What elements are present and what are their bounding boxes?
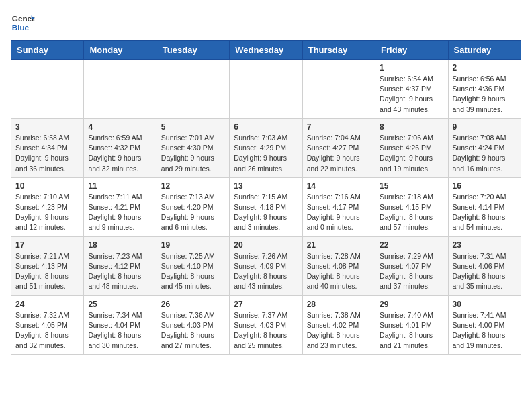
calendar-week-row: 17Sunrise: 7:21 AM Sunset: 4:13 PM Dayli… [11,236,521,295]
calendar-week-row: 24Sunrise: 7:32 AM Sunset: 4:05 PM Dayli… [11,295,521,355]
calendar-cell: 6Sunrise: 7:03 AM Sunset: 4:29 PM Daylig… [230,118,302,177]
calendar-cell: 9Sunrise: 7:08 AM Sunset: 4:24 PM Daylig… [448,118,521,177]
day-number: 9 [453,122,517,132]
svg-text:Blue: Blue [12,23,30,32]
day-number: 17 [15,240,79,250]
weekday-header-monday: Monday [84,41,157,60]
day-info: Sunrise: 7:01 AM Sunset: 4:30 PM Dayligh… [161,133,225,174]
calendar-cell [11,60,84,119]
calendar-cell: 2Sunrise: 6:56 AM Sunset: 4:36 PM Daylig… [448,60,521,119]
calendar-cell: 27Sunrise: 7:37 AM Sunset: 4:03 PM Dayli… [230,295,302,355]
day-number: 10 [15,181,79,191]
calendar-cell: 3Sunrise: 6:58 AM Sunset: 4:34 PM Daylig… [11,118,84,177]
day-info: Sunrise: 6:58 AM Sunset: 4:34 PM Dayligh… [15,133,79,174]
day-number: 5 [161,122,225,132]
calendar-cell: 21Sunrise: 7:28 AM Sunset: 4:08 PM Dayli… [302,236,375,295]
day-number: 30 [453,300,517,309]
day-info: Sunrise: 7:06 AM Sunset: 4:26 PM Dayligh… [380,133,443,174]
calendar-cell: 19Sunrise: 7:25 AM Sunset: 4:10 PM Dayli… [157,236,229,295]
day-info: Sunrise: 6:56 AM Sunset: 4:36 PM Dayligh… [453,74,517,115]
day-number: 26 [161,300,225,309]
day-number: 15 [380,181,443,191]
day-number: 19 [161,240,225,250]
day-info: Sunrise: 7:29 AM Sunset: 4:07 PM Dayligh… [380,251,443,292]
logo: General Blue [11,11,38,35]
day-number: 8 [380,122,443,132]
calendar-cell [302,60,375,119]
day-info: Sunrise: 7:15 AM Sunset: 4:18 PM Dayligh… [234,192,298,233]
calendar-cell [230,60,302,119]
calendar-cell: 8Sunrise: 7:06 AM Sunset: 4:26 PM Daylig… [375,118,448,177]
day-number: 20 [234,240,298,250]
calendar-cell: 28Sunrise: 7:38 AM Sunset: 4:02 PM Dayli… [302,295,375,355]
day-number: 18 [88,240,152,250]
day-number: 7 [307,122,371,132]
day-info: Sunrise: 7:41 AM Sunset: 4:00 PM Dayligh… [453,310,517,351]
day-info: Sunrise: 7:13 AM Sunset: 4:20 PM Dayligh… [161,192,225,233]
day-info: Sunrise: 7:40 AM Sunset: 4:01 PM Dayligh… [380,310,443,351]
day-number: 25 [88,300,152,309]
day-info: Sunrise: 6:59 AM Sunset: 4:32 PM Dayligh… [88,133,152,174]
weekday-header-tuesday: Tuesday [157,41,229,60]
weekday-header-thursday: Thursday [302,41,375,60]
day-info: Sunrise: 7:26 AM Sunset: 4:09 PM Dayligh… [234,251,298,292]
calendar-cell: 10Sunrise: 7:10 AM Sunset: 4:23 PM Dayli… [11,177,84,236]
day-info: Sunrise: 7:18 AM Sunset: 4:15 PM Dayligh… [380,192,443,233]
day-number: 27 [234,300,298,309]
day-info: Sunrise: 7:08 AM Sunset: 4:24 PM Dayligh… [453,133,517,174]
logo-icon: General Blue [11,11,35,35]
day-info: Sunrise: 6:54 AM Sunset: 4:37 PM Dayligh… [380,74,443,115]
calendar-cell: 22Sunrise: 7:29 AM Sunset: 4:07 PM Dayli… [375,236,448,295]
day-info: Sunrise: 7:37 AM Sunset: 4:03 PM Dayligh… [234,310,298,351]
calendar-cell: 1Sunrise: 6:54 AM Sunset: 4:37 PM Daylig… [375,60,448,119]
day-info: Sunrise: 7:10 AM Sunset: 4:23 PM Dayligh… [15,192,79,233]
day-number: 23 [453,240,517,250]
calendar-cell: 23Sunrise: 7:31 AM Sunset: 4:06 PM Dayli… [448,236,521,295]
day-info: Sunrise: 7:36 AM Sunset: 4:03 PM Dayligh… [161,310,225,351]
day-number: 21 [307,240,371,250]
day-info: Sunrise: 7:28 AM Sunset: 4:08 PM Dayligh… [307,251,371,292]
day-number: 1 [380,63,443,73]
weekday-header-friday: Friday [375,41,448,60]
calendar-cell: 25Sunrise: 7:34 AM Sunset: 4:04 PM Dayli… [84,295,157,355]
calendar-table: SundayMondayTuesdayWednesdayThursdayFrid… [11,40,521,355]
calendar-cell: 26Sunrise: 7:36 AM Sunset: 4:03 PM Dayli… [157,295,229,355]
calendar-week-row: 10Sunrise: 7:10 AM Sunset: 4:23 PM Dayli… [11,177,521,236]
day-info: Sunrise: 7:38 AM Sunset: 4:02 PM Dayligh… [307,310,371,351]
weekday-header-row: SundayMondayTuesdayWednesdayThursdayFrid… [11,41,521,60]
calendar-cell: 24Sunrise: 7:32 AM Sunset: 4:05 PM Dayli… [11,295,84,355]
calendar-week-row: 1Sunrise: 6:54 AM Sunset: 4:37 PM Daylig… [11,60,521,119]
day-number: 12 [161,181,225,191]
calendar-cell: 7Sunrise: 7:04 AM Sunset: 4:27 PM Daylig… [302,118,375,177]
day-number: 4 [88,122,152,132]
calendar-cell: 20Sunrise: 7:26 AM Sunset: 4:09 PM Dayli… [230,236,302,295]
calendar-cell: 14Sunrise: 7:16 AM Sunset: 4:17 PM Dayli… [302,177,375,236]
calendar-cell: 13Sunrise: 7:15 AM Sunset: 4:18 PM Dayli… [230,177,302,236]
calendar-cell: 30Sunrise: 7:41 AM Sunset: 4:00 PM Dayli… [448,295,521,355]
day-info: Sunrise: 7:25 AM Sunset: 4:10 PM Dayligh… [161,251,225,292]
day-info: Sunrise: 7:31 AM Sunset: 4:06 PM Dayligh… [453,251,517,292]
page-header: General Blue [11,11,521,35]
day-info: Sunrise: 7:20 AM Sunset: 4:14 PM Dayligh… [453,192,517,233]
calendar-cell: 12Sunrise: 7:13 AM Sunset: 4:20 PM Dayli… [157,177,229,236]
day-info: Sunrise: 7:34 AM Sunset: 4:04 PM Dayligh… [88,310,152,351]
day-number: 14 [307,181,371,191]
calendar-cell: 11Sunrise: 7:11 AM Sunset: 4:21 PM Dayli… [84,177,157,236]
day-number: 2 [453,63,517,73]
day-info: Sunrise: 7:23 AM Sunset: 4:12 PM Dayligh… [88,251,152,292]
calendar-cell: 29Sunrise: 7:40 AM Sunset: 4:01 PM Dayli… [375,295,448,355]
day-number: 11 [88,181,152,191]
calendar-cell: 18Sunrise: 7:23 AM Sunset: 4:12 PM Dayli… [84,236,157,295]
weekday-header-sunday: Sunday [11,41,84,60]
day-number: 29 [380,300,443,309]
weekday-header-saturday: Saturday [448,41,521,60]
day-number: 3 [15,122,79,132]
calendar-cell: 17Sunrise: 7:21 AM Sunset: 4:13 PM Dayli… [11,236,84,295]
day-number: 22 [380,240,443,250]
day-info: Sunrise: 7:04 AM Sunset: 4:27 PM Dayligh… [307,133,371,174]
calendar-week-row: 3Sunrise: 6:58 AM Sunset: 4:34 PM Daylig… [11,118,521,177]
day-number: 13 [234,181,298,191]
weekday-header-wednesday: Wednesday [230,41,302,60]
day-number: 24 [15,300,79,309]
day-info: Sunrise: 7:16 AM Sunset: 4:17 PM Dayligh… [307,192,371,233]
